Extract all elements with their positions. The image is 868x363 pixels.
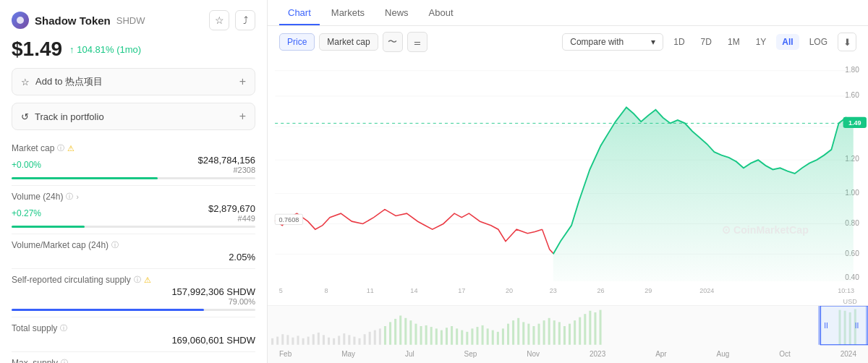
svg-text:20: 20 [506, 286, 513, 294]
tab-markets[interactable]: Markets [323, 1, 373, 25]
line-chart-icon[interactable]: 〜 [383, 32, 403, 52]
chart-controls-right: Compare with ▾ 1D 7D 1M 1Y All LOG ⬇ [562, 33, 856, 51]
mini-label-may: May [341, 350, 355, 358]
coin-actions: ☆ ⤴ [209, 10, 255, 30]
add-portfolio-icon: + [239, 110, 246, 123]
svg-rect-73 [461, 330, 463, 345]
svg-rect-59 [389, 322, 391, 344]
market-cap-rank: #2308 [197, 166, 255, 174]
coin-title: Shadow Token SHDW [12, 12, 145, 29]
svg-rect-36 [271, 338, 273, 345]
svg-rect-76 [476, 327, 478, 345]
svg-rect-84 [517, 318, 519, 345]
tab-chart[interactable]: Chart [279, 1, 320, 25]
time-1y-button[interactable]: 1Y [750, 34, 773, 50]
coin-header: Shadow Token SHDW ☆ ⤴ [12, 10, 255, 30]
time-7d-button[interactable]: 7D [695, 34, 718, 50]
time-all-button[interactable]: All [776, 34, 799, 50]
star-icon: ☆ [21, 77, 30, 87]
svg-rect-62 [404, 318, 407, 345]
portfolio-icon: ↺ [21, 111, 29, 122]
svg-rect-93 [563, 326, 566, 345]
svg-rect-55 [369, 332, 371, 345]
vol-mcap-value: 2.05% [229, 252, 255, 262]
share-button[interactable]: ⤴ [235, 10, 255, 30]
mini-label-nov: Nov [527, 350, 540, 358]
svg-rect-48 [333, 338, 335, 345]
coin-symbol: SHDW [116, 15, 145, 26]
svg-text:14: 14 [410, 286, 418, 294]
svg-text:29: 29 [644, 286, 652, 294]
svg-rect-97 [584, 314, 586, 345]
svg-rect-69 [441, 330, 443, 345]
svg-rect-106 [818, 306, 821, 345]
volume-label: Volume (24h) [12, 192, 63, 202]
max-supply-info-icon[interactable]: ⓘ [61, 358, 68, 363]
chart-controls-left: Price Market cap 〜 ⚌ [279, 32, 427, 52]
stats-section: Market cap ⓘ ⚠ +0.00% $248,784,156 #2308… [12, 137, 255, 363]
svg-rect-43 [307, 337, 310, 345]
price-row: $1.49 104.81% (1mo) [12, 38, 255, 61]
log-button[interactable]: LOG [804, 34, 833, 50]
volume-rank: #449 [208, 214, 255, 223]
mini-label-sep: Sep [464, 350, 477, 358]
watchlist-button[interactable]: ☆ Add to 热点项目 + [12, 68, 255, 95]
supply-value: 157,992,306 SHDW [171, 286, 255, 297]
tab-news[interactable]: News [376, 1, 417, 25]
svg-rect-92 [558, 322, 561, 344]
svg-rect-70 [446, 328, 448, 345]
svg-text:26: 26 [597, 286, 604, 294]
add-watchlist-icon: + [239, 75, 246, 88]
market-cap-chart-button[interactable]: Market cap [319, 33, 378, 51]
time-1m-button[interactable]: 1M [722, 34, 746, 50]
vol-mcap-info-icon[interactable]: ⓘ [111, 240, 119, 250]
svg-rect-72 [456, 328, 458, 344]
svg-text:II: II [824, 321, 828, 330]
svg-text:23: 23 [550, 286, 557, 294]
svg-rect-51 [348, 335, 350, 344]
svg-rect-81 [502, 328, 504, 344]
svg-rect-89 [543, 320, 545, 345]
svg-text:USD: USD [843, 296, 857, 304]
compare-select[interactable]: Compare with ▾ [562, 33, 663, 51]
market-cap-warn-icon: ⚠ [67, 144, 75, 153]
star-button[interactable]: ☆ [209, 10, 229, 30]
svg-rect-98 [589, 311, 591, 345]
svg-text:8: 8 [324, 286, 328, 294]
svg-rect-38 [281, 334, 284, 345]
svg-rect-41 [297, 336, 299, 344]
mini-label-aug: Aug [717, 350, 730, 358]
svg-rect-37 [276, 337, 278, 345]
vol-mcap-row: Volume/Market cap (24h) ⓘ 2.05% [12, 234, 255, 269]
svg-text:2024: 2024 [699, 286, 715, 294]
market-cap-change: +0.00% [12, 160, 41, 170]
candle-chart-icon[interactable]: ⚌ [407, 32, 427, 52]
svg-rect-57 [379, 328, 381, 344]
volume-info-icon[interactable]: ⓘ [66, 192, 73, 202]
svg-rect-77 [482, 325, 484, 345]
total-supply-label: Total supply [12, 323, 57, 333]
time-1d-button[interactable]: 1D [668, 34, 690, 50]
market-cap-info-icon[interactable]: ⓘ [57, 143, 64, 153]
svg-rect-49 [338, 336, 340, 344]
volume-chevron-icon[interactable]: › [76, 193, 78, 201]
tab-about[interactable]: About [420, 1, 462, 25]
download-button[interactable]: ⬇ [838, 33, 856, 51]
supply-info-icon[interactable]: ⓘ [134, 275, 141, 285]
mini-label-2023: 2023 [590, 350, 605, 358]
svg-rect-47 [328, 338, 330, 345]
portfolio-button[interactable]: ↺ Track in portfolio + [12, 103, 255, 130]
svg-text:1.60: 1.60 [845, 90, 859, 100]
price-button[interactable]: Price [279, 33, 315, 51]
svg-rect-78 [487, 328, 489, 344]
current-price: $1.49 [12, 38, 62, 61]
market-cap-row: Market cap ⓘ ⚠ +0.00% $248,784,156 #2308 [12, 137, 255, 186]
mini-label-2024: 2024 [841, 350, 856, 358]
svg-rect-74 [466, 332, 468, 345]
svg-rect-56 [374, 330, 376, 345]
chart-controls: Price Market cap 〜 ⚌ Compare with ▾ 1D 7… [268, 26, 868, 58]
svg-rect-64 [414, 324, 417, 345]
total-supply-info-icon[interactable]: ⓘ [60, 323, 67, 333]
volume-change: +0.27% [12, 208, 41, 218]
svg-rect-88 [538, 324, 540, 345]
